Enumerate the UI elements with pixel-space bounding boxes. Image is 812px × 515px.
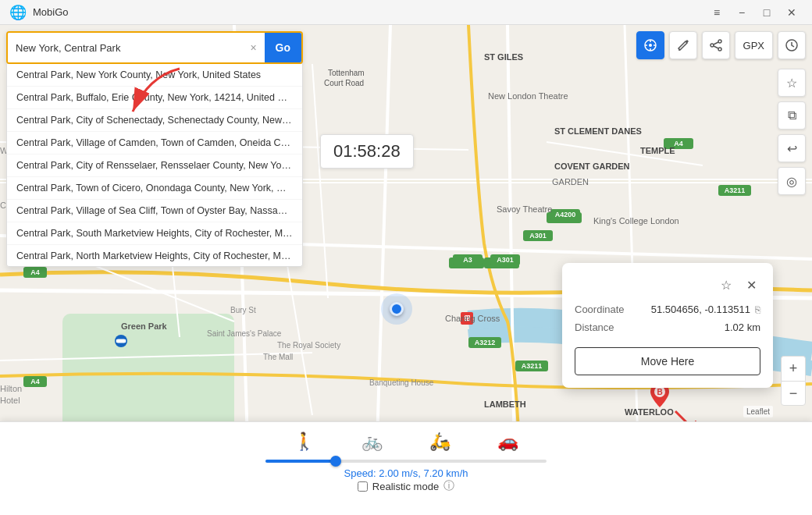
search-bar: × Go Central Park, New York County, New … [6, 31, 303, 267]
svg-rect-19 [547, 212, 582, 223]
share-icon [709, 38, 723, 52]
svg-text:A3212: A3212 [475, 339, 496, 346]
royal-society-label: The Royal Society [277, 341, 340, 350]
timer-badge: 01:58:28 [320, 134, 414, 169]
search-go-button[interactable]: Go [265, 33, 301, 62]
walk-icon: 🚶 [294, 432, 315, 452]
svg-rect-30 [718, 185, 751, 196]
dropdown-item[interactable]: Central Park, Buffalo, Erie County, New … [7, 87, 302, 109]
dropdown-item[interactable]: Central Park, City of Schenectady, Schen… [7, 109, 302, 132]
svg-text:A4: A4 [30, 378, 40, 385]
svg-rect-18 [484, 258, 519, 268]
dropdown-item[interactable]: Central Park, City of Rensselaer, Rensse… [7, 154, 302, 177]
svg-rect-26 [550, 209, 580, 220]
search-input[interactable] [8, 33, 243, 62]
svg-text:A301: A301 [529, 232, 547, 240]
gpx-button[interactable]: GPX [735, 31, 773, 59]
realistic-mode-label: Realistic mode [372, 481, 439, 492]
svg-point-71 [710, 44, 714, 47]
speed-text: Speed: 2.00 m/s, 7.20 km/h [344, 467, 468, 479]
dropdown-item[interactable]: Central Park, North Marketview Heights, … [7, 245, 302, 267]
car-icon: 🚗 [497, 432, 518, 452]
speed-value: 2.00 m/s, 7.20 km/h [379, 467, 468, 479]
gpx-label: GPX [743, 40, 764, 52]
svg-rect-40 [23, 376, 47, 387]
zoom-in-button[interactable]: + [781, 356, 806, 381]
scooter-button[interactable]: 🛵 [429, 432, 451, 452]
green-park-label: Green Park [121, 321, 167, 331]
svg-text:A4: A4 [30, 268, 40, 276]
svg-text:A4200: A4200 [555, 211, 576, 218]
st-giles-label: ST GILES [484, 52, 523, 62]
hilton-label: Hilton [0, 384, 22, 393]
coordinate-popup: ☆ ✕ Coordinate 51.504656, -0.113511 ⎘ Di… [562, 263, 773, 388]
svg-text:A3211: A3211 [522, 362, 543, 370]
svg-text:Court Road: Court Road [324, 79, 364, 87]
right-panel: ☆ ⧉ ↩ ◎ [778, 69, 806, 195]
st-james-palace-label: Saint James's Palace [207, 329, 281, 338]
realistic-mode-checkbox[interactable] [358, 481, 368, 492]
current-location-dot [390, 302, 404, 316]
walk-button[interactable]: 🚶 [294, 432, 315, 452]
history-icon [785, 38, 799, 52]
speed-slider-thumb [330, 456, 341, 467]
coordinate-label: Coordinate [575, 304, 629, 315]
speed-slider-fill [265, 460, 336, 463]
distance-label: Distance [575, 321, 629, 333]
route-button[interactable] [669, 31, 697, 59]
title-bar: 🌐 MobiGo ≡ − □ ✕ [0, 0, 812, 25]
speed-slider-row [265, 460, 547, 463]
share-button[interactable] [702, 31, 730, 59]
scooter-icon: 🛵 [429, 432, 451, 452]
hamburger-button[interactable]: ≡ [706, 3, 728, 22]
right-star-button[interactable]: ☆ [778, 69, 806, 97]
bike-icon: 🚲 [361, 432, 383, 452]
svg-text:A4: A4 [674, 140, 683, 147]
realistic-mode-info-icon[interactable]: ⓘ [443, 479, 454, 493]
svg-rect-56 [116, 339, 126, 343]
dropdown-item[interactable]: Central Park, Village of Camden, Town of… [7, 132, 302, 154]
pencil-icon [676, 38, 690, 52]
bottom-panel: 🚶 🚲 🛵 🚗 Speed: 2.00 m/s, 7.20 km/h [0, 421, 812, 515]
covent-garden-label: COVENT GARDEN [554, 162, 630, 171]
st-clement-danes-label: ST CLEMENT DANES [554, 126, 642, 136]
toolbar: GPX [636, 31, 806, 59]
svg-text:A3: A3 [463, 256, 472, 264]
close-button[interactable]: ✕ [781, 3, 803, 22]
dropdown-item[interactable]: Central Park, New York County, New York,… [7, 64, 302, 87]
coordinate-row: Coordinate 51.504656, -0.113511 ⎘ [575, 304, 760, 315]
zoom-out-button[interactable]: − [781, 381, 806, 406]
coordinate-value-wrap: 51.504656, -0.113511 ⎘ [651, 304, 760, 315]
kings-college-label: King's College London [593, 216, 679, 226]
minimize-button[interactable]: − [731, 3, 753, 22]
svg-line-15 [78, 259, 234, 321]
bike-button[interactable]: 🚲 [361, 432, 383, 452]
hotel-label: Hotel [0, 396, 20, 405]
popup-close-button[interactable]: ✕ [742, 275, 760, 294]
banqueting-label: Banqueting House [369, 378, 433, 387]
move-here-button[interactable]: Move Here [575, 347, 760, 375]
svg-line-73 [714, 46, 718, 48]
right-undo-button[interactable]: ↩ [778, 134, 806, 162]
dropdown-item[interactable]: Central Park, South Marketview Heights, … [7, 222, 302, 245]
dropdown-item[interactable]: Central Park, Town of Cicero, Onondaga C… [7, 177, 302, 200]
right-locate-button[interactable]: ◎ [778, 167, 806, 195]
dropdown-item[interactable]: Central Park, Village of Sea Cliff, Town… [7, 200, 302, 222]
svg-rect-32 [468, 337, 501, 348]
garden-label: GARDEN [552, 177, 589, 186]
app-title: MobiGo [33, 6, 69, 18]
search-clear-button[interactable]: × [243, 37, 265, 59]
speed-slider[interactable] [265, 460, 547, 463]
maximize-button[interactable]: □ [756, 3, 778, 22]
bury-st-label: Bury St [230, 306, 256, 314]
copy-coord-button[interactable]: ⎘ [755, 304, 760, 315]
teleport-button[interactable] [636, 31, 664, 59]
search-input-wrap: × Go [6, 31, 303, 64]
car-button[interactable]: 🚗 [497, 432, 518, 452]
right-copy-button[interactable]: ⧉ [778, 101, 806, 130]
history-button[interactable] [778, 31, 806, 59]
crosshair-icon [643, 38, 657, 52]
svg-point-55 [115, 335, 127, 347]
popup-star-button[interactable]: ☆ [717, 275, 735, 294]
svg-text:⊞: ⊞ [464, 314, 470, 322]
